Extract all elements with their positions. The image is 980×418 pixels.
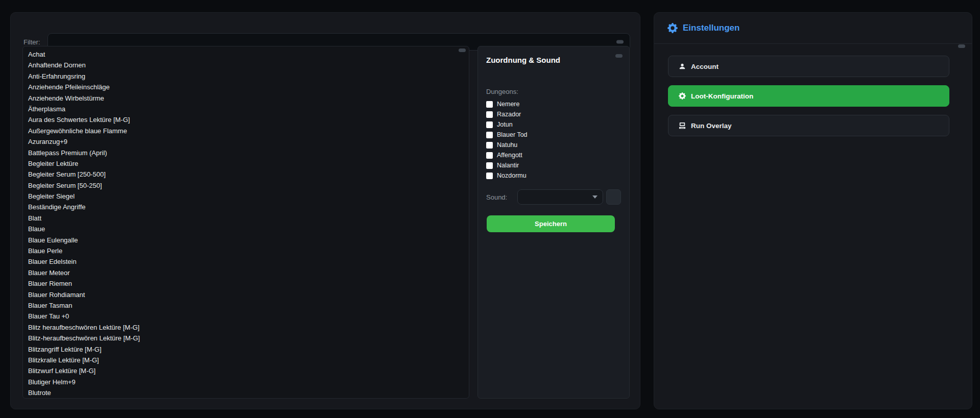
dungeon-checkbox[interactable]: [486, 101, 493, 108]
settings-menu-item-label: Account: [691, 63, 719, 70]
list-item[interactable]: Blauer Tau +0: [23, 311, 469, 322]
settings-menu-item-label: Loot-Konfiguration: [691, 92, 753, 100]
list-item[interactable]: Aura des Schwertes Lektüre [M-G]: [23, 114, 469, 125]
list-item[interactable]: Blitzkralle Lektüre [M-G]: [23, 355, 469, 365]
filter-label: Filter:: [23, 38, 40, 46]
settings-card: Einstellungen AccountLoot-KonfigurationR…: [654, 12, 972, 409]
dungeon-checkbox-row: Jotun: [486, 119, 624, 130]
sound-row: Sound:: [486, 189, 621, 205]
list-item[interactable]: Anziehende Wirbelstürme: [23, 93, 469, 104]
settings-menu-item-account[interactable]: Account: [668, 56, 949, 77]
list-item[interactable]: Blaue: [23, 224, 469, 234]
settings-menu-item-run-overlay[interactable]: Run Overlay: [668, 115, 949, 136]
list-item[interactable]: Blauer Edelstein: [23, 256, 469, 267]
monitor-icon: [679, 122, 686, 129]
dungeons-label: Dungeons:: [486, 88, 518, 95]
list-item[interactable]: Begleiter Siegel: [23, 191, 469, 202]
settings-menu-item-label: Run Overlay: [691, 122, 732, 130]
list-item[interactable]: Blatt: [23, 213, 469, 224]
list-item[interactable]: Blitzwurf Lektüre [M-G]: [23, 365, 469, 376]
dungeon-checkbox[interactable]: [486, 142, 493, 149]
list-item[interactable]: Azuranzug+9: [23, 136, 469, 147]
list-item[interactable]: Battlepass Premium (April): [23, 147, 469, 158]
list-item[interactable]: Blitz-heraufbeschwören Lektüre [M-G]: [23, 333, 469, 343]
list-item[interactable]: Blitz heraufbeschwören Lektüre [M-G]: [23, 322, 469, 333]
sound-panel-scrollbar-thumb[interactable]: [615, 54, 623, 58]
dungeon-checkbox-row: Nozdormu: [486, 170, 624, 181]
dungeon-checkbox-label: Jotun: [497, 121, 513, 128]
list-scrollbar-thumb[interactable]: [459, 48, 466, 52]
list-item[interactable]: Begleiter Lektüre: [23, 158, 469, 169]
dungeon-checkbox[interactable]: [486, 132, 493, 138]
sound-label: Sound:: [486, 193, 510, 201]
dungeon-checkbox-label: Affengott: [497, 152, 522, 159]
dungeon-checkbox-label: Nozdormu: [497, 172, 527, 179]
dungeon-checkbox-list: NemereRazadorJotunBlauer TodNatuhuAffeng…: [486, 99, 624, 181]
list-item[interactable]: Blaue Perle: [23, 245, 469, 256]
list-item[interactable]: Außergewöhnliche blaue Flamme: [23, 126, 469, 136]
dungeon-checkbox-label: Nalantir: [497, 162, 519, 169]
list-item[interactable]: Blauer Rohdiamant: [23, 289, 469, 300]
list-item[interactable]: Anziehende Pfeileinschläge: [23, 82, 469, 92]
list-item[interactable]: Beständige Angriffe: [23, 202, 469, 212]
settings-scrollbar-thumb[interactable]: [958, 44, 965, 48]
dungeon-checkbox-row: Natuhu: [486, 140, 624, 150]
sound-extra-button[interactable]: [606, 189, 621, 205]
loot-list: AchatAnhaftende DornenAnti-Erfahrungsrin…: [22, 46, 469, 399]
sound-panel-title: Zuordnung & Sound: [486, 56, 560, 64]
dungeon-checkbox-row: Blauer Tod: [486, 130, 624, 140]
dungeon-checkbox-row: Nalantir: [486, 160, 624, 170]
list-item[interactable]: Blaue Eulengalle: [23, 235, 469, 245]
dungeon-checkbox-label: Natuhu: [497, 141, 517, 149]
dungeon-checkbox[interactable]: [486, 162, 493, 169]
dungeon-checkbox-row: Affengott: [486, 150, 624, 160]
sound-mapping-panel: Zuordnung & Sound Dungeons: NemereRazado…: [477, 46, 630, 399]
dungeon-checkbox[interactable]: [486, 173, 493, 179]
list-item[interactable]: Blauer Meteor: [23, 267, 469, 278]
person-icon: [679, 63, 686, 70]
list-item[interactable]: Anti-Erfahrungsring: [23, 71, 469, 82]
dungeon-checkbox[interactable]: [486, 121, 493, 128]
settings-header: Einstellungen: [654, 13, 972, 44]
list-item[interactable]: Achat: [23, 49, 469, 60]
settings-title: Einstellungen: [683, 23, 739, 33]
dungeon-checkbox-label: Blauer Tod: [497, 131, 528, 138]
dungeon-checkbox-row: Razador: [486, 109, 624, 119]
save-button[interactable]: Speichern: [487, 215, 615, 232]
list-item[interactable]: Blauer Tasman: [23, 300, 469, 311]
sound-select[interactable]: [517, 189, 603, 205]
dungeon-checkbox-label: Razador: [497, 111, 521, 118]
dungeon-checkbox[interactable]: [486, 111, 493, 118]
list-item[interactable]: Blauer Riemen: [23, 278, 469, 289]
list-item[interactable]: Blutiger Helm+9: [23, 377, 469, 387]
gear-icon: [667, 23, 678, 33]
chevron-down-icon: [592, 195, 597, 199]
dungeon-checkbox-label: Nemere: [497, 101, 519, 108]
gear-icon: [679, 92, 686, 100]
dungeon-checkbox[interactable]: [486, 152, 493, 159]
list-item[interactable]: Begleiter Serum [50-250]: [23, 180, 469, 191]
loot-config-card: Filter: AchatAnhaftende DornenAnti-Erfah…: [10, 12, 640, 409]
filter-scrollbar-thumb[interactable]: [616, 40, 624, 44]
list-item[interactable]: Ätherplasma: [23, 104, 469, 114]
settings-menu: AccountLoot-KonfigurationRun Overlay: [668, 56, 949, 144]
settings-menu-item-loot-konfiguration[interactable]: Loot-Konfiguration: [668, 85, 949, 107]
list-item[interactable]: Begleiter Serum [250-500]: [23, 169, 469, 180]
dungeon-checkbox-row: Nemere: [486, 99, 624, 109]
list-item[interactable]: Anhaftende Dornen: [23, 60, 469, 70]
list-item[interactable]: Blutrote: [23, 387, 469, 398]
list-item[interactable]: Blitzangriff Lektüre [M-G]: [23, 344, 469, 355]
